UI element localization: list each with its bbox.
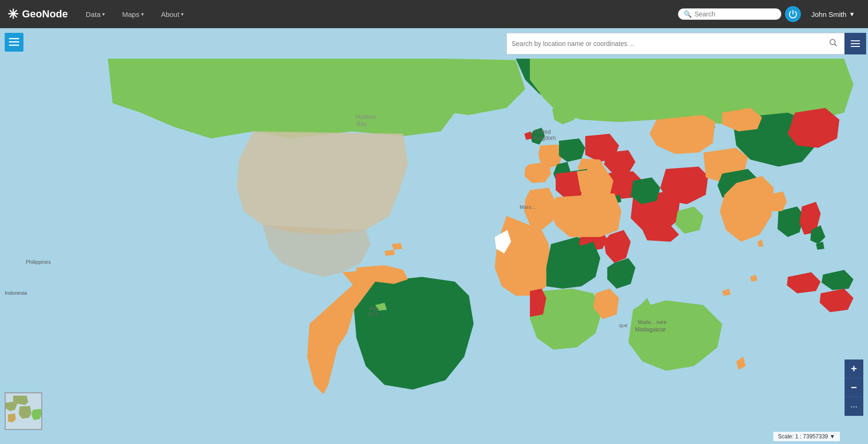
svg-text:del P...: del P... xyxy=(367,311,383,317)
zoom-more-button[interactable]: ··· xyxy=(845,397,863,416)
navbar-search-input[interactable] xyxy=(694,10,770,18)
map-container: Philippines Indonesia Hudson Bay United … xyxy=(0,28,868,444)
map-search-input[interactable] xyxy=(512,40,827,47)
svg-rect-13 xyxy=(9,38,19,39)
zoom-out-button[interactable]: − xyxy=(845,378,863,397)
search-icon: 🔍 xyxy=(684,10,692,18)
svg-line-17 xyxy=(835,44,837,46)
power-button[interactable] xyxy=(785,6,801,22)
nav-data[interactable]: Data ▾ xyxy=(79,0,112,28)
map-search-icon xyxy=(829,38,838,47)
svg-text:Rep.: Rep. xyxy=(369,306,380,311)
scale-bar: Scale: 1 : 73957339 ▼ xyxy=(773,432,840,441)
svg-rect-14 xyxy=(9,41,19,43)
svg-rect-15 xyxy=(9,45,19,46)
minimap xyxy=(5,392,42,430)
svg-text:Madagascar: Madagascar xyxy=(635,326,666,333)
navbar: ✳ GeoNode Data ▾ Maps ▾ About ▾ 🔍 John S… xyxy=(0,0,868,28)
layers-button[interactable] xyxy=(5,33,23,52)
nav-about-chevron: ▾ xyxy=(181,11,184,17)
brand-name: GeoNode xyxy=(22,8,68,20)
geonode-star-icon: ✳ xyxy=(8,7,18,22)
svg-text:Kingdom: Kingdom xyxy=(534,135,556,141)
zoom-in-button[interactable]: + xyxy=(845,360,863,378)
svg-text:Mada... xara: Mada... xara xyxy=(638,319,667,325)
power-icon xyxy=(788,9,798,19)
user-menu[interactable]: John Smith ▾ xyxy=(805,0,860,28)
minimap-display xyxy=(6,393,42,430)
svg-text:Bay: Bay xyxy=(356,120,367,127)
nav-maps[interactable]: Maps ▾ xyxy=(115,0,151,28)
nav-data-chevron: ▾ xyxy=(102,11,105,17)
brand-logo[interactable]: ✳ GeoNode xyxy=(8,7,68,22)
zoom-controls: + − ··· xyxy=(845,360,863,416)
svg-text:Maro...: Maro... xyxy=(520,204,536,210)
navbar-search[interactable]: 🔍 xyxy=(678,8,781,20)
nav-maps-chevron: ▾ xyxy=(141,11,144,17)
world-map[interactable]: Philippines Indonesia Hudson Bay United … xyxy=(0,28,868,444)
svg-text:Hudson: Hudson xyxy=(355,113,377,120)
svg-text:United: United xyxy=(535,129,551,135)
nav-maps-label: Maps xyxy=(122,10,139,18)
map-search-bar[interactable] xyxy=(506,33,845,54)
user-name: John Smith xyxy=(811,10,846,18)
map-search-button[interactable] xyxy=(827,37,839,51)
scale-label: Scale: 1 : 73957339 xyxy=(778,433,828,440)
svg-text:que: que xyxy=(619,322,627,328)
user-dropdown-chevron: ▾ xyxy=(850,10,854,18)
layers-icon xyxy=(9,38,19,46)
nav-about-label: About xyxy=(161,10,179,18)
nav-about[interactable]: About ▾ xyxy=(154,0,190,28)
nav-data-label: Data xyxy=(86,10,101,18)
scale-icon: ▼ xyxy=(830,433,835,440)
map-menu-button[interactable] xyxy=(845,33,866,54)
hamburger-icon xyxy=(851,40,860,47)
